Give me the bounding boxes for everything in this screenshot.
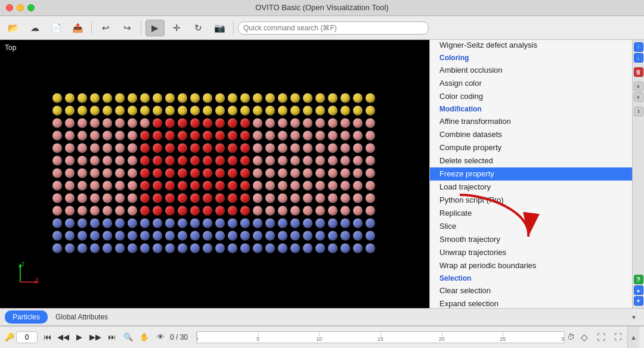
timeline-label-5: 5 [256, 336, 259, 342]
modifier-dropdown-menu[interactable]: ▲ Grain segmentation (experimental)Histo… [430, 40, 632, 308]
help-button[interactable]: ? [634, 275, 643, 284]
titlebar: OVITO Basic (Open Visualization Tool) [0, 0, 644, 16]
menu-item-replicate[interactable]: Replicate [430, 207, 632, 220]
undo-button[interactable]: ↩ [96, 20, 115, 36]
timeline: 🔑 0 ⏮ ◀◀ ▶ ▶▶ ⏭ 🔍 ✋ 👁 0 / 30 05101520253… [0, 326, 644, 347]
clock-icon[interactable]: ⏱ [567, 333, 575, 341]
timeline-label-25: 25 [500, 336, 506, 342]
search-input[interactable] [238, 21, 429, 35]
snapshot-button[interactable]: 📷 [210, 20, 229, 36]
particle-grid [52, 94, 377, 255]
scroll-stepper-down[interactable]: ▼ [634, 296, 643, 306]
timeline-label-0: 0 [196, 336, 199, 342]
next-frame-button[interactable]: ▶▶ [88, 331, 103, 344]
menu-item-delete-selected[interactable]: Delete selected [430, 154, 632, 167]
menu-section-modification: Modification [430, 103, 632, 115]
menu-section-coloring: Coloring [430, 52, 632, 64]
menu-item-slice[interactable]: Slice [430, 220, 632, 233]
viewport[interactable]: Top Z X [0, 40, 429, 308]
frame-input[interactable]: 0 [16, 331, 38, 343]
timeline-label-20: 20 [439, 336, 445, 342]
scroll-up-button[interactable]: ↑ [634, 42, 643, 52]
svg-text:X: X [35, 276, 39, 282]
upload-button[interactable]: ☁ [25, 20, 44, 36]
traffic-lights [6, 4, 35, 11]
zoom-in-tool[interactable]: 🔍 [121, 331, 135, 344]
menu-item-combine-datasets[interactable]: Combine datasets [430, 128, 632, 141]
axes-indicator: Z X [12, 260, 45, 290]
scroll-stepper-up[interactable]: ▲ [634, 285, 643, 295]
menu-item-clear-selection[interactable]: Clear selection [430, 284, 632, 297]
redo-button[interactable]: ↪ [117, 20, 137, 36]
timeline-label-30: 30 [561, 336, 565, 342]
pan-tool[interactable]: ✋ [137, 331, 151, 344]
prev-frame-button[interactable]: ◀◀ [56, 331, 70, 344]
svg-text:Z: Z [21, 261, 25, 267]
timeline-side-arrow[interactable]: ▲ [627, 327, 639, 348]
play-button[interactable]: ▶ [72, 331, 86, 344]
expand-tool[interactable]: ⛶ [594, 331, 608, 344]
timeline-tools: 🔍 ✋ 👁 [121, 331, 168, 344]
open-file-button[interactable]: 📂 [4, 20, 23, 36]
tab-dropdown-arrow[interactable]: ▼ [631, 314, 639, 321]
particle-visualization [0, 40, 429, 308]
window-title: OVITO Basic (Open Visualization Tool) [255, 3, 388, 12]
bottom-tabs: Particles Global Attributes ▼ [0, 308, 644, 326]
menu-item-assign-color[interactable]: Assign color [430, 77, 632, 90]
separator-1 [91, 21, 92, 35]
menu-item-wigner-seitz[interactable]: Wigner-Seitz defect analysis [430, 40, 632, 52]
timeline-lock: 🔑 0 [5, 331, 38, 343]
export-button[interactable]: 📤 [68, 20, 87, 36]
scroll-down-button[interactable]: ↓ [634, 53, 643, 63]
menu-item-python-script[interactable]: Python script (Pro) [430, 194, 632, 207]
separator-3 [233, 21, 234, 35]
menu-item-ambient-occlusion[interactable]: Ambient occlusion [430, 64, 632, 77]
side-controls: ↑ ↓ 🗑 ∧ ∨ ⟫ ? ▲ ▼ [632, 40, 644, 308]
menu-item-unwrap-trajectories[interactable]: Unwrap trajectories [430, 246, 632, 259]
menu-section-selection: Selection [430, 272, 632, 284]
rotate-tool-button[interactable]: ↻ [188, 20, 208, 36]
double-down-button[interactable]: ⟫ [634, 107, 643, 116]
timeline-label-15: 15 [377, 336, 383, 342]
menu-item-load-trajectory[interactable]: Load trajectory [430, 181, 632, 194]
menu-item-smooth-trajectory[interactable]: Smooth trajectory [430, 233, 632, 246]
full-screen-tool[interactable]: ⛶ [611, 331, 625, 344]
keyframe-tool[interactable]: ◇ [577, 331, 592, 344]
close-button[interactable] [6, 4, 13, 11]
delete-button[interactable]: 🗑 [634, 67, 643, 77]
select-tool-button[interactable]: ▶ [145, 20, 165, 36]
right-panel: ▲ Grain segmentation (experimental)Histo… [429, 40, 644, 308]
toolbar: 📂 ☁ 📄 📤 ↩ ↪ ▶ ✛ ↻ 📷 [0, 16, 644, 40]
menu-item-color-coding[interactable]: Color coding [430, 90, 632, 103]
tab-particles[interactable]: Particles [5, 310, 48, 324]
move-tool-button[interactable]: ✛ [167, 20, 186, 36]
frame-counter: 0 / 30 [170, 333, 194, 341]
menu-item-expand-selection[interactable]: Expand selection [430, 297, 632, 308]
eye-tool[interactable]: 👁 [153, 331, 168, 344]
last-frame-button[interactable]: ⏭ [104, 331, 119, 344]
playback-controls: ⏮ ◀◀ ▶ ▶▶ ⏭ [40, 331, 119, 344]
minimize-button[interactable] [17, 4, 24, 11]
tab-global-attributes[interactable]: Global Attributes [48, 310, 116, 324]
menu-item-affine-transform[interactable]: Affine transformation [430, 115, 632, 128]
new-button[interactable]: 📄 [47, 20, 66, 36]
timeline-label-10: 10 [316, 336, 322, 342]
first-frame-button[interactable]: ⏮ [40, 331, 54, 344]
menu-item-freeze-property[interactable]: Freeze property [430, 167, 632, 181]
timeline-ruler[interactable]: 051015202530 [196, 331, 565, 343]
maximize-button[interactable] [27, 4, 35, 11]
menu-item-compute-property[interactable]: Compute property [430, 141, 632, 154]
menu-item-wrap-periodic[interactable]: Wrap at periodic boundaries [430, 259, 632, 272]
chevron-up-button[interactable]: ∧ [634, 82, 643, 91]
main-content: Top Z X ▲ Grain segmentation (experiment… [0, 40, 644, 308]
separator-2 [141, 21, 141, 35]
lock-icon[interactable]: 🔑 [5, 333, 14, 341]
chevron-down-button[interactable]: ∨ [634, 92, 643, 102]
